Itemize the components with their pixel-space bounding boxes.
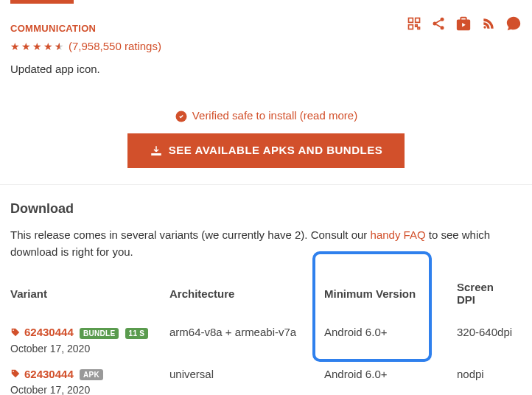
rss-icon[interactable] bbox=[481, 16, 496, 33]
star-rating: ★ ★ ★ ★ ★ bbox=[10, 41, 64, 52]
star-icon: ★ bbox=[10, 41, 20, 52]
check-circle-icon bbox=[175, 110, 188, 123]
svg-rect-1 bbox=[416, 18, 420, 23]
download-title: Download bbox=[10, 201, 522, 217]
tag-icon bbox=[10, 327, 21, 340]
cta-label: SEE AVAILABLE APKS AND BUNDLES bbox=[169, 144, 382, 156]
star-icon: ★ bbox=[21, 41, 31, 52]
svg-point-6 bbox=[483, 26, 486, 28]
col-header-variant[interactable]: Variant bbox=[10, 276, 169, 319]
svg-point-3 bbox=[441, 18, 444, 21]
star-icon: ★ bbox=[32, 41, 42, 52]
svg-point-8 bbox=[13, 329, 14, 331]
verified-text: Verified safe to install (read more) bbox=[192, 109, 357, 122]
ratings-count[interactable]: (7,958,550 ratings) bbox=[69, 40, 161, 52]
variant-date: October 17, 2020 bbox=[10, 384, 162, 395]
badge-11s: 11 S bbox=[125, 328, 149, 339]
badge-bundle: BUNDLE bbox=[80, 328, 119, 339]
qr-icon[interactable] bbox=[407, 16, 421, 33]
svg-point-4 bbox=[433, 22, 437, 26]
col-header-architecture[interactable]: Architecture bbox=[169, 276, 324, 319]
see-apks-button[interactable]: SEE AVAILABLE APKS AND BUNDLES bbox=[127, 133, 405, 168]
star-half-icon: ★ bbox=[55, 41, 64, 52]
update-note: Updated app icon. bbox=[10, 63, 522, 75]
cell-min-version: Android 6.0+ bbox=[324, 361, 457, 395]
desc-pre: This release comes in several variants (… bbox=[10, 228, 371, 241]
table-row[interactable]: 62430444 BUNDLE 11 S October 17, 2020 ar… bbox=[10, 319, 522, 361]
verified-safe-line[interactable]: Verified safe to install (read more) bbox=[10, 109, 522, 123]
cell-min-version: Android 6.0+ bbox=[324, 319, 457, 361]
download-icon bbox=[150, 144, 163, 158]
col-header-min-version[interactable]: Minimum Version bbox=[324, 276, 457, 319]
download-description: This release comes in several variants (… bbox=[10, 227, 522, 260]
cell-dpi: 320-640dpi bbox=[457, 319, 522, 361]
app-header: COMMUNICATION ★ ★ ★ ★ ★ (7,958,550 ratin… bbox=[0, 4, 532, 168]
badge-apk: APK bbox=[80, 369, 103, 380]
download-section: Download This release comes in several v… bbox=[0, 185, 532, 395]
rating-row: ★ ★ ★ ★ ★ (7,958,550 ratings) bbox=[10, 40, 522, 52]
variant-code[interactable]: 62430444 bbox=[24, 326, 74, 338]
svg-point-9 bbox=[13, 371, 14, 372]
svg-rect-2 bbox=[409, 25, 413, 29]
share-icon[interactable] bbox=[431, 16, 446, 33]
col-header-dpi[interactable]: Screen DPI bbox=[457, 276, 522, 319]
variants-table: Variant Architecture Minimum Version Scr… bbox=[10, 276, 522, 395]
variant-date: October 17, 2020 bbox=[10, 343, 162, 354]
cell-dpi: nodpi bbox=[457, 361, 522, 395]
svg-point-5 bbox=[441, 26, 444, 29]
faq-link[interactable]: handy FAQ bbox=[371, 228, 426, 241]
star-icon: ★ bbox=[43, 41, 53, 52]
cell-architecture: arm64-v8a + armeabi-v7a bbox=[169, 319, 324, 361]
svg-rect-0 bbox=[409, 18, 413, 23]
tag-icon bbox=[10, 368, 21, 381]
variant-code[interactable]: 62430444 bbox=[24, 368, 74, 380]
table-row[interactable]: 62430444 APK October 17, 2020 universal … bbox=[10, 361, 522, 395]
play-store-icon[interactable] bbox=[455, 15, 472, 34]
cell-architecture: universal bbox=[169, 361, 324, 395]
header-action-icons bbox=[407, 15, 522, 34]
disqus-icon[interactable] bbox=[505, 15, 522, 34]
